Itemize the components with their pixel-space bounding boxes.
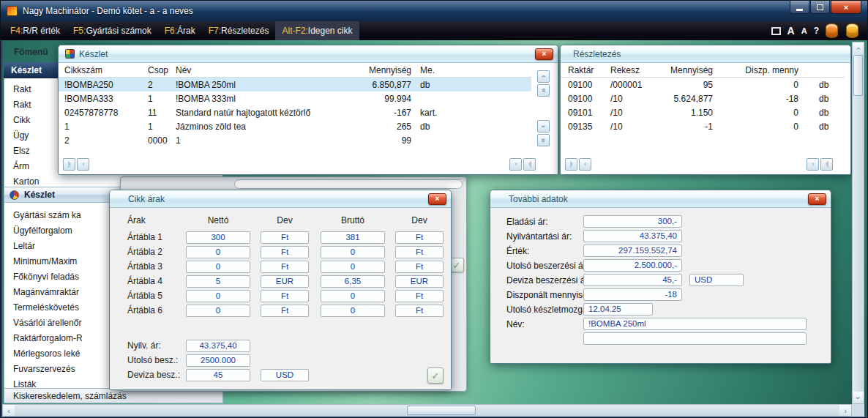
brutto-currency-input[interactable]: Ft [395, 290, 444, 302]
sidebar-item[interactable]: Rakt [13, 98, 31, 111]
toolbar-item-5[interactable]: Alt-F2:Idegen cikk [275, 21, 359, 40]
resz-first-record-button[interactable]: |‹ [565, 158, 577, 171]
brutto-currency-input[interactable]: Ft [395, 231, 444, 244]
sidebar-item[interactable]: Raktárforgalom-R [13, 332, 83, 345]
sidebar-item[interactable]: Minimum/Maxim [13, 255, 77, 268]
sidebar-item[interactable]: Árm [13, 160, 29, 173]
brutto-input[interactable]: 0 [321, 246, 385, 258]
table-row[interactable]: 09101/101.1500db [561, 105, 845, 119]
brutto-currency-input[interactable]: Ft [395, 305, 444, 317]
brutto-currency-input[interactable]: Ft [395, 261, 444, 273]
table-row[interactable]: !BOMBA3331!BOMBA 333ml99.994 [59, 92, 531, 105]
sidebar-tab-fomenu[interactable]: Fömenü [10, 45, 53, 59]
detail-field-input[interactable]: 2.500.000,- [583, 259, 682, 272]
sidebar-item[interactable]: Magánvámraktár [13, 285, 79, 299]
vertical-scroll-thumb[interactable] [853, 55, 863, 96]
scroll-up-button[interactable]: › [537, 70, 550, 83]
netto-currency-input[interactable]: Ft [261, 305, 309, 317]
summary-currency-input[interactable]: USD [261, 369, 309, 381]
sidebar-item[interactable]: Leltár [13, 239, 35, 253]
main-horizontal-scrollbar[interactable]: ‹ › [2, 404, 852, 417]
resz-prev-record-button[interactable]: ‹ [579, 158, 591, 171]
table-row[interactable]: 0245787877811Standard natúr hajtogatott … [59, 105, 531, 119]
minimize-button[interactable] [790, 1, 809, 14]
table-row[interactable]: 20000199 [59, 133, 531, 147]
table-row[interactable]: 09100/105.624,877-18db [561, 92, 845, 105]
keszlet-close-button[interactable]: × [535, 48, 553, 60]
table-row[interactable]: 09135/10-10db [561, 119, 845, 133]
sidebar-item[interactable]: Ügyfélforgalom [13, 224, 72, 237]
brutto-currency-input[interactable]: EUR [395, 275, 444, 288]
brutto-input[interactable]: 0 [321, 305, 385, 317]
next-record-button[interactable]: › [509, 158, 522, 171]
scroll-page-up-button[interactable]: » [537, 84, 550, 97]
titlebar[interactable]: Nagy Machinátor - Demó kötet - a - a nev… [1, 1, 867, 21]
help-button[interactable]: ? [814, 26, 819, 36]
first-record-button[interactable]: |‹ [63, 158, 75, 171]
brutto-currency-input[interactable]: Ft [395, 246, 444, 258]
font-decrease-button[interactable]: A [801, 26, 807, 35]
sidebar-item[interactable]: Elsz [13, 144, 30, 157]
detail-field-input[interactable]: 297.159.552,74 [583, 245, 682, 257]
cikk-arak-accept-button[interactable]: ✓ [427, 367, 444, 384]
sidebar-item[interactable]: Mérlegsoros leké [13, 347, 80, 360]
keszlet-window-titlebar[interactable]: Készlet [59, 45, 558, 63]
scroll-left-arrow[interactable]: ‹ [3, 405, 15, 416]
toolbar-item-1[interactable]: F4:R/R érték [4, 21, 67, 40]
resz-next-record-button[interactable]: › [807, 158, 819, 171]
netto-input[interactable]: 5 [186, 275, 250, 288]
close-button[interactable]: × [831, 1, 861, 14]
netto-currency-input[interactable]: Ft [261, 231, 309, 244]
netto-input[interactable]: 0 [186, 246, 250, 258]
netto-input[interactable]: 0 [186, 261, 250, 273]
summary-field-input[interactable]: 2500.000 [186, 354, 250, 367]
netto-currency-input[interactable]: EUR [261, 275, 309, 288]
background-input-field[interactable] [234, 179, 463, 189]
scroll-right-arrow[interactable]: › [839, 405, 851, 416]
cikk-arak-window-titlebar[interactable]: Cikk árak [110, 190, 451, 208]
detail-field-input[interactable]: 300,- [583, 215, 682, 228]
netto-input[interactable]: 0 [186, 290, 250, 302]
scroll-page-down-button[interactable]: » [537, 134, 550, 146]
horizontal-scroll-thumb[interactable] [407, 406, 476, 415]
tovabbi-adatok-close-button[interactable]: × [808, 193, 826, 205]
sidebar-item[interactable]: Főkönyvi feladás [13, 270, 79, 283]
maximize-button[interactable] [810, 1, 830, 14]
database-icon-orange[interactable] [826, 23, 838, 38]
sidebar-item[interactable]: Gyártási szám ka [13, 209, 81, 222]
detail-field-input[interactable] [583, 332, 807, 345]
scroll-down-arrow[interactable]: › [853, 392, 864, 403]
main-vertical-scrollbar[interactable]: › › [852, 42, 864, 404]
window-outline-icon[interactable] [771, 27, 781, 35]
table-row[interactable]: 09100/000001950db [561, 78, 845, 92]
netto-currency-input[interactable]: Ft [261, 290, 309, 302]
sidebar-item[interactable]: Ügy [13, 129, 29, 142]
toolbar-item-3[interactable]: F6:Árak [158, 21, 202, 40]
brutto-input[interactable]: 0 [321, 261, 385, 273]
table-row[interactable]: !BOMBA2502!BOMBA 250ml6.850,877db [59, 78, 531, 92]
detail-field-input[interactable]: 43.375,40 [583, 230, 682, 242]
brutto-input[interactable]: 6,35 [321, 275, 385, 288]
summary-field-input[interactable]: 43.375,40 [186, 340, 250, 352]
detail-field-input[interactable]: -18 [583, 288, 682, 301]
reszletezes-window-titlebar[interactable]: Részletezés [561, 45, 850, 63]
scroll-down-button[interactable]: › [537, 120, 550, 133]
prev-record-button[interactable]: ‹ [77, 158, 89, 171]
sidebar-item[interactable]: Termeléskövetés [13, 301, 79, 314]
toolbar-item-2[interactable]: F5:Gyártási számok [67, 21, 158, 40]
detail-field-input[interactable]: !BOMBA 250ml [583, 318, 807, 330]
sidebar-item[interactable]: Cikk [13, 113, 30, 127]
background-accept-button[interactable]: ✓ [449, 258, 464, 272]
font-increase-button[interactable]: A [787, 25, 795, 37]
summary-field-input[interactable]: 45 [186, 369, 250, 381]
toolbar-item-4[interactable]: F7:Részletezés [202, 21, 276, 40]
detail-currency-input[interactable]: USD [689, 274, 744, 286]
sidebar-item[interactable]: Rakt [13, 83, 31, 96]
last-record-button[interactable]: ›| [523, 158, 536, 171]
brutto-input[interactable]: 0 [321, 290, 385, 302]
sidebar-item[interactable]: Vásárlói árellenőr [13, 316, 81, 329]
netto-input[interactable]: 300 [186, 231, 250, 244]
table-row[interactable]: 11Jázminos zöld tea265db [59, 119, 531, 133]
detail-field-input[interactable]: 12.04.25 [583, 303, 653, 316]
scroll-up-arrow[interactable]: › [853, 42, 864, 54]
